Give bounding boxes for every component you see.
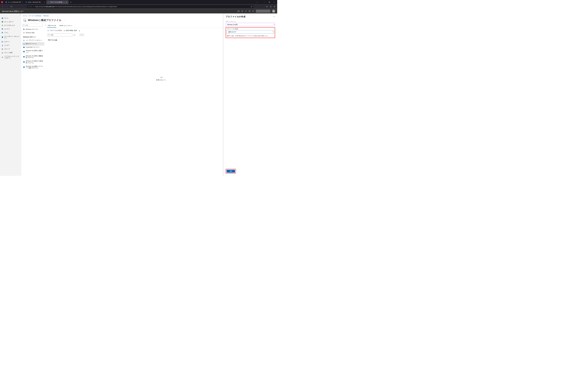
sn-feature-updates[interactable]: Windows 10 以降向け機能更新プログラム [22, 54, 44, 59]
platform-select[interactable]: Windows 10 以降 [226, 23, 275, 26]
powershell-icon [23, 46, 25, 48]
refresh-button[interactable]: 最新の情報に更新 [63, 30, 77, 31]
window-minimize-button[interactable] [262, 0, 267, 4]
sn-powershell[interactable]: PowerShell スクリプト [22, 46, 44, 49]
nav-groups[interactable]: グループ [0, 47, 21, 51]
profile-type-select[interactable]: 設定カタログ [227, 30, 274, 33]
more-options-button[interactable]: ··· [64, 19, 66, 21]
highlighted-profile-type-section: プロファイルの種類 設定カタログ 最初から始め、使用可能な設定のライブラリから必… [226, 27, 275, 38]
bookmark-star-icon[interactable] [251, 6, 252, 7]
close-icon[interactable] [44, 1, 45, 3]
close-icon[interactable] [21, 1, 23, 3]
new-tab-button[interactable] [69, 1, 72, 4]
platform-filter-disabled: プラ [79, 34, 84, 36]
reload-button[interactable] [10, 5, 13, 8]
feedback-icon[interactable] [252, 10, 254, 12]
plus-icon [47, 30, 49, 31]
cloud-shell-icon[interactable] [238, 10, 240, 12]
sn-windows-devices[interactable]: Windows のデバイス [22, 28, 44, 31]
sn-windows-enrollment[interactable]: Windows 登録 [22, 31, 44, 34]
nav-reports[interactable]: レポート [0, 40, 21, 44]
nav-all-services[interactable]: すべてのサービス [0, 24, 21, 27]
create-profile-flyout: プロファイルの作成 プラットフォーム Windows 10 以降 プロファイルの… [223, 13, 277, 176]
profile-type-label: プロファイルの種類 [227, 28, 274, 30]
pocket-icon[interactable] [265, 5, 269, 8]
browser-tab-1[interactable]: Home - Microsoft 365 管理セン [24, 0, 46, 4]
forward-button[interactable] [5, 5, 9, 8]
sn-update-rings[interactable]: Windows 10 以降向け更新リング [22, 49, 44, 54]
highlighted-create-button-wrap: 作成 [226, 169, 236, 174]
sub-nav-search: « [22, 24, 44, 26]
svg-point-24 [2, 49, 2, 49]
azure-favicon [48, 1, 49, 3]
platform-field: プラットフォーム Windows 10 以降 [226, 21, 275, 26]
app-menu-button[interactable] [273, 5, 276, 8]
shield-icon [2, 36, 3, 38]
home-icon [2, 17, 3, 19]
close-icon[interactable] [66, 1, 67, 3]
user-avatar[interactable] [272, 10, 275, 13]
close-flyout-button[interactable] [273, 16, 275, 17]
svg-rect-17 [3, 29, 3, 30]
sn-quality-updates[interactable]: Windows 10 以降向け品質更新プログラム [22, 60, 44, 65]
svg-rect-15 [2, 22, 3, 22]
nav-apps[interactable]: アプリ [0, 31, 21, 35]
admin-favicon [25, 1, 27, 3]
sn-driver-updates[interactable]: Windows 10 以降向けドライバー更新プログラム [22, 65, 44, 70]
lock-icon [30, 6, 32, 7]
svg-point-9 [249, 10, 250, 12]
browser-tab-strip: ホーム | Microsoft 365 Home - Microsoft 365… [0, 0, 277, 4]
nav-users[interactable]: ユーザー [0, 44, 21, 47]
windows-icon [23, 61, 25, 63]
config-profile-icon [23, 43, 25, 45]
svg-rect-12 [2, 21, 2, 22]
enroll-icon [23, 32, 25, 34]
extensions-icon[interactable] [269, 5, 272, 8]
address-bar[interactable]: https://endpoint.microsoft.com/?ref=Admi… [27, 5, 253, 8]
svg-point-11 [273, 10, 274, 11]
breadcrumb-windows[interactable]: Windows [43, 15, 49, 17]
window-maximize-button[interactable] [267, 0, 272, 4]
sn-heading-policies: Windows のポリシー [22, 34, 44, 39]
settings-icon[interactable] [245, 10, 247, 12]
compliance-icon [23, 40, 25, 41]
permissions-icon [33, 6, 34, 8]
svg-rect-14 [2, 22, 2, 22]
notifications-icon[interactable] [241, 10, 243, 12]
sub-search-input[interactable] [22, 24, 42, 26]
breadcrumb-devices[interactable]: デバイス | Windows [29, 15, 41, 17]
create-profile-button[interactable]: プロファイルの作成 [47, 30, 62, 31]
export-button[interactable] [79, 30, 80, 31]
nav-home[interactable]: ホーム [0, 16, 21, 20]
svg-point-0 [6, 2, 7, 3]
sn-config-profiles[interactable]: 構成プロファイル [22, 42, 44, 46]
browser-tab-0[interactable]: ホーム | Microsoft 365 [4, 0, 24, 4]
apps-icon [2, 32, 3, 34]
platform-label: プラットフォーム [226, 21, 275, 22]
info-icon[interactable]: i [74, 34, 75, 36]
search-icon [23, 24, 25, 26]
back-button[interactable] [1, 5, 4, 8]
profile-type-field: プロファイルの種類 設定カタログ [227, 28, 274, 33]
nav-endpoint-security[interactable]: エンドポイント セキュリティ [0, 35, 21, 40]
nav-tenant-admin[interactable]: テナント管理 [0, 51, 21, 55]
tab-admx-import[interactable]: ADMX をインポート [59, 24, 73, 28]
device-icon [23, 29, 25, 30]
help-icon[interactable] [249, 10, 251, 12]
collapse-sub-nav-button[interactable]: « [45, 24, 46, 26]
svg-rect-32 [24, 29, 24, 30]
profile-search-input[interactable] [47, 33, 72, 36]
breadcrumb-home[interactable]: ホーム [23, 15, 27, 17]
nav-devices[interactable]: デバイス [0, 27, 21, 31]
window-close-button[interactable] [272, 0, 277, 4]
refresh-icon [63, 30, 65, 31]
collapse-nav-button[interactable]: « [20, 14, 21, 16]
nav-dashboard[interactable]: ダッシュボード [0, 20, 21, 24]
tabs-dropdown-button[interactable] [255, 0, 259, 4]
create-button[interactable]: 作成 [227, 170, 235, 173]
sn-compliance[interactable]: コンプライアンス ポリシー [22, 39, 44, 42]
nav-troubleshoot[interactable]: トラブルシューティング + サポート [0, 55, 21, 60]
browser-tab-2[interactable]: プロファイルの作成 - Microsoft Int [46, 0, 68, 4]
firefox-logo [0, 1, 4, 3]
tab-profiles[interactable]: プロファイル [47, 24, 56, 28]
